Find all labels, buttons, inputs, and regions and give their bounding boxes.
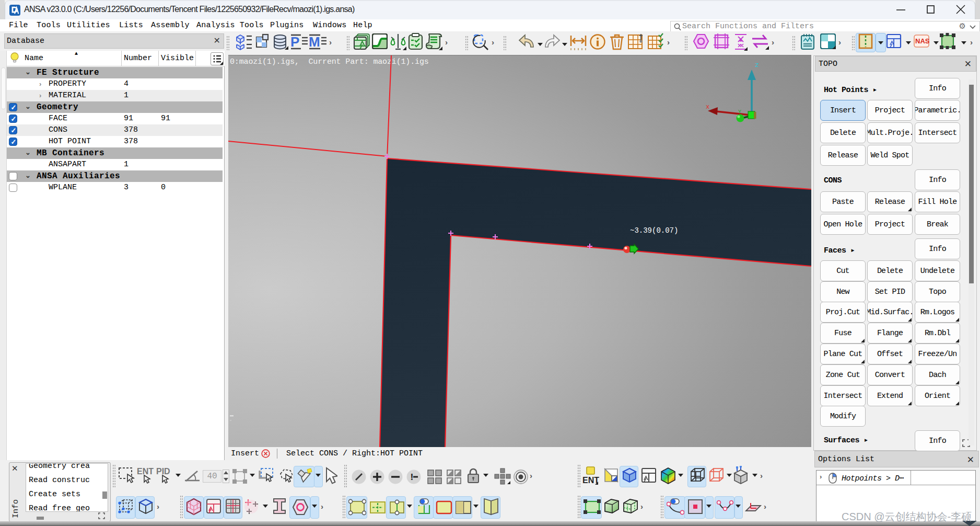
svg-text:M: M bbox=[309, 34, 320, 50]
svg-text:x: x bbox=[706, 104, 709, 111]
svg-text:P: P bbox=[290, 34, 299, 50]
svg-text:Y: Y bbox=[738, 109, 741, 115]
svg-text:ENT: ENT bbox=[137, 467, 154, 476]
svg-text:z: z bbox=[755, 61, 759, 69]
svg-text:NAS: NAS bbox=[915, 37, 929, 45]
svg-text:PID: PID bbox=[156, 467, 170, 476]
